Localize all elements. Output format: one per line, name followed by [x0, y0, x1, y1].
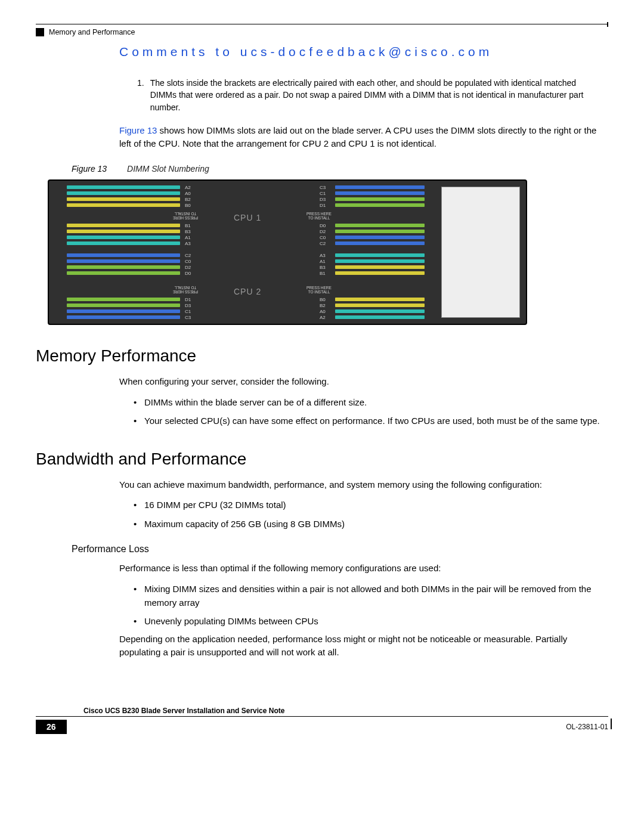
- dimm-slot: [335, 259, 425, 263]
- feedback-email-link[interactable]: Comments to ucs-docfeedback@cisco.com: [119, 45, 608, 59]
- figure-caption-title: DIMM Slot Numbering: [127, 164, 209, 174]
- dimm-slot-label: A2: [320, 315, 326, 320]
- figure-intro-paragraph: Figure 13 shows how DIMMs slots are laid…: [119, 124, 608, 150]
- dimm-slot: [335, 241, 425, 245]
- performance-loss-intro: Performance is less than optimal if the …: [119, 562, 608, 575]
- dimm-slot-label: A1: [185, 235, 191, 240]
- dimm-slot: [67, 224, 180, 227]
- dimm-slot: [335, 224, 425, 227]
- dimm-slot-label: A2: [185, 185, 191, 190]
- figure-caption: Figure 13 DIMM Slot Numbering: [72, 164, 608, 174]
- dimm-slot-label: B1: [320, 271, 326, 276]
- press-here-label: PRESS HERE TO INSTALL: [173, 212, 198, 220]
- dimm-slot-label: C3: [185, 315, 191, 320]
- dimm-slot: [67, 197, 180, 201]
- dimm-slot: [67, 315, 180, 319]
- dimm-slot-label: B2: [185, 197, 191, 202]
- dimm-slot: [335, 309, 425, 313]
- footnote-item: 1. The slots inside the brackets are ele…: [137, 77, 602, 113]
- header-marker-icon: [36, 28, 44, 36]
- dimm-slot: [335, 265, 425, 269]
- bandwidth-performance-heading: Bandwidth and Performance: [36, 450, 608, 469]
- bandwidth-list: 16 DIMM per CPU (32 DIMMs total) Maximum…: [131, 498, 608, 531]
- dimm-slot: [335, 203, 425, 207]
- dimm-slot-label: C2: [185, 253, 191, 258]
- dimm-slot: [67, 309, 180, 313]
- press-here-label: PRESS HERE TO INSTALL: [173, 286, 198, 294]
- dimm-slot: [67, 298, 180, 301]
- dimm-slot: [67, 241, 180, 245]
- dimm-slot-label: D0: [320, 223, 326, 228]
- list-item: Your selected CPU(s) can have some effec…: [131, 414, 608, 428]
- dimm-slot: [335, 304, 425, 307]
- header-section-label: Memory and Performance: [49, 28, 135, 36]
- list-item: 16 DIMM per CPU (32 DIMMs total): [131, 498, 608, 512]
- dimm-slot-label: C1: [185, 309, 191, 314]
- cpu1-label: CPU 1: [234, 213, 261, 222]
- bandwidth-intro: You can achieve maximum bandwidth, perfo…: [119, 478, 608, 491]
- dimm-slot: [335, 191, 425, 195]
- dimm-slot-label: B3: [185, 229, 191, 234]
- dimm-slot-label: D2: [185, 265, 191, 270]
- press-here-label: PRESS HERE TO INSTALL: [306, 286, 332, 294]
- dimm-slot-label: C0: [320, 235, 326, 240]
- dimm-slot: [67, 271, 180, 275]
- dimm-slot-label: B3: [320, 265, 326, 270]
- dimm-slot-diagram: CPU 1 CPU 2 PRESS HERE TO INSTALL PRESS …: [36, 179, 608, 325]
- dimm-slot: [335, 298, 425, 301]
- list-item: Mixing DIMM sizes and densities within a…: [131, 582, 608, 610]
- dimm-slot: [335, 236, 425, 239]
- cpu2-label: CPU 2: [234, 287, 261, 296]
- list-item: DIMMs within the blade server can be of …: [131, 395, 608, 409]
- performance-loss-outro: Depending on the application needed, per…: [119, 633, 608, 659]
- figure-caption-number: Figure 13: [72, 164, 107, 174]
- dimm-slot-label: C0: [185, 259, 191, 264]
- dimm-slot: [67, 203, 180, 207]
- dimm-slot: [335, 271, 425, 275]
- performance-loss-heading: Performance Loss: [72, 544, 608, 555]
- dimm-slot: [335, 230, 425, 233]
- dimm-slot-label: D0: [185, 271, 191, 276]
- dimm-slot-label: B1: [185, 223, 191, 228]
- dimm-slot-label: A3: [185, 241, 191, 246]
- footnote-number: 1.: [137, 77, 144, 113]
- figure-reference-link[interactable]: Figure 13: [119, 125, 157, 135]
- footer-doc-title: Cisco UCS B230 Blade Server Installation…: [83, 707, 608, 715]
- memory-perf-intro: When configuring your server, consider t…: [119, 375, 608, 388]
- list-item: Maximum capacity of 256 GB (using 8 GB D…: [131, 517, 608, 531]
- dimm-slot-label: A1: [320, 259, 326, 264]
- list-item: Unevenly populating DIMMs between CPUs: [131, 614, 608, 628]
- dimm-slot-label: A3: [320, 253, 326, 258]
- dimm-slot: [67, 230, 180, 233]
- dimm-slot-label: C2: [320, 241, 326, 246]
- page-number: 26: [36, 720, 67, 734]
- dimm-slot-label: C3: [320, 185, 326, 190]
- press-here-label: PRESS HERE TO INSTALL: [306, 212, 332, 220]
- dimm-slot-label: D1: [320, 203, 326, 208]
- dimm-slot: [335, 315, 425, 319]
- dimm-slot: [335, 185, 425, 189]
- dimm-slot-label: C1: [320, 191, 326, 196]
- dimm-slot: [67, 304, 180, 307]
- dimm-slot: [67, 191, 180, 195]
- memory-performance-heading: Memory Performance: [36, 346, 608, 366]
- figure-intro-text: shows how DIMMs slots are laid out on th…: [119, 125, 596, 148]
- page-footer: Cisco UCS B230 Blade Server Installation…: [36, 707, 608, 735]
- dimm-slot: [67, 185, 180, 189]
- dimm-slot-label: B0: [185, 203, 191, 208]
- dimm-slot: [67, 259, 180, 263]
- dimm-slot-label: B0: [320, 297, 326, 302]
- dimm-slot: [67, 265, 180, 269]
- dimm-slot: [67, 253, 180, 257]
- performance-loss-list: Mixing DIMM sizes and densities within a…: [131, 582, 608, 628]
- footer-doc-id: OL-23811-01: [566, 723, 608, 731]
- dimm-slot-label: D2: [320, 229, 326, 234]
- dimm-slot: [67, 236, 180, 239]
- footnote-text: The slots inside the brackets are electr…: [150, 77, 602, 113]
- dimm-slot-label: A0: [320, 309, 326, 314]
- dimm-slot-label: B2: [320, 303, 326, 308]
- dimm-slot-label: D1: [185, 297, 191, 302]
- dimm-slot: [335, 197, 425, 201]
- dimm-slot-label: D3: [185, 303, 191, 308]
- dimm-slot-label: A0: [185, 191, 191, 196]
